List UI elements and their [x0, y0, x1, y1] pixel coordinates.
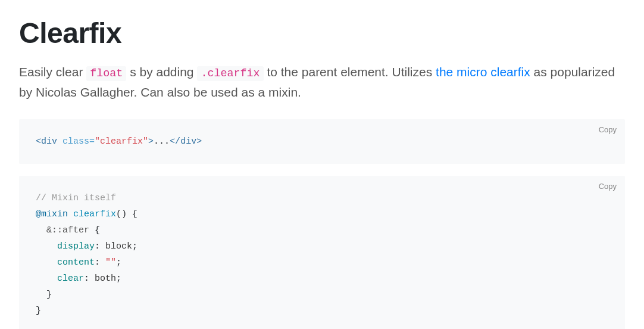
inline-code-clearfix: .clearfix	[197, 66, 263, 81]
copy-button[interactable]: Copy	[599, 125, 617, 134]
copy-button[interactable]: Copy	[599, 182, 617, 191]
code-content: // Mixin itself @mixin clearfix() { &::a…	[36, 190, 608, 319]
page-title: Clearfix	[19, 12, 625, 55]
lead-text: to the parent element. Utilizes	[264, 65, 436, 79]
lead-paragraph: Easily clear float s by adding .clearfix…	[19, 62, 625, 103]
lead-text: s by adding	[126, 65, 197, 79]
code-example-html: Copy <div class="clearfix">...</div>	[19, 119, 625, 164]
code-content: <div class="clearfix">...</div>	[36, 134, 608, 150]
lead-text: Easily clear	[19, 65, 86, 79]
micro-clearfix-link[interactable]: the micro clearfix	[436, 65, 530, 79]
code-example-scss: Copy // Mixin itself @mixin clearfix() {…	[19, 176, 625, 329]
inline-code-float: float	[86, 66, 126, 81]
